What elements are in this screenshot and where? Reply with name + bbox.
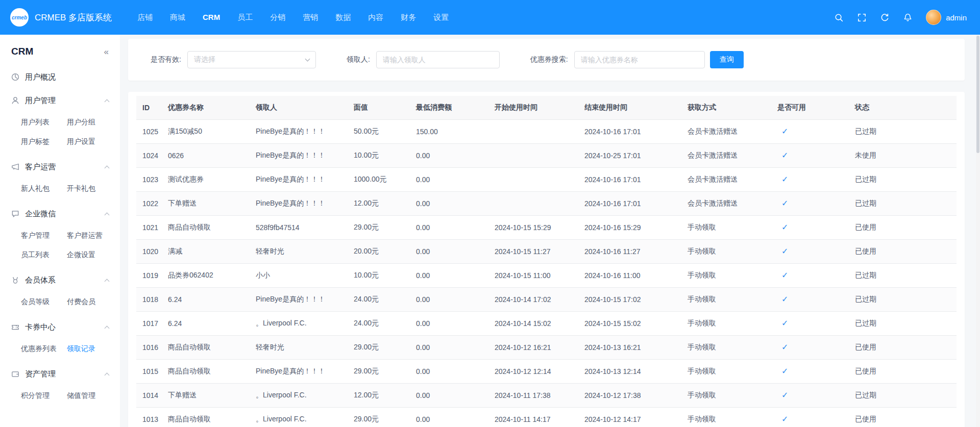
submenu-user-management: 用户列表用户分组用户标签用户设置 [7, 112, 113, 155]
sidebar-section-asset[interactable]: 资产管理 [7, 362, 113, 386]
nav-item-data[interactable]: 数据 [327, 0, 359, 35]
check-icon: ✓ [777, 319, 788, 328]
sidebar: CRM « 用户概况用户管理用户列表用户分组用户标签用户设置客户运营新人礼包开卡… [0, 35, 120, 427]
cell-value: 29.00元 [348, 407, 410, 427]
cell-min: 0.00 [410, 263, 488, 287]
valid-select[interactable]: 请选择 [187, 51, 316, 68]
filter-receiver-label: 领取人: [347, 55, 370, 64]
cell-end: 2024-10-16 17:01 [578, 191, 681, 215]
sidebar-item-staff-list[interactable]: 员工列表 [21, 245, 67, 264]
cell-receiver: 小小 [250, 263, 348, 287]
app-body: CRM « 用户概况用户管理用户列表用户分组用户标签用户设置客户运营新人礼包开卡… [0, 35, 980, 427]
sidebar-section-label: 用户管理 [25, 96, 56, 106]
sidebar-item-customer-manage[interactable]: 客户管理 [21, 225, 67, 245]
window-scrollbar[interactable] [976, 35, 980, 427]
coupon-search-input[interactable] [574, 51, 705, 68]
nav-item-finance[interactable]: 财务 [392, 0, 425, 35]
receiver-input[interactable] [376, 51, 500, 68]
column-header: 获取方式 [681, 96, 771, 119]
nav-item-staff[interactable]: 员工 [229, 0, 261, 35]
cell-end: 2024-10-12 17:38 [578, 383, 681, 407]
search-icon[interactable] [834, 13, 844, 22]
menu-group-customer-ops: 客户运营新人礼包开卡礼包 [0, 155, 120, 202]
column-header: 优惠券名称 [162, 96, 250, 119]
sidebar-section-label: 卡券中心 [25, 322, 56, 332]
sidebar-item-wework-setting[interactable]: 企微设置 [67, 245, 113, 264]
nav-item-marketing[interactable]: 营销 [294, 0, 327, 35]
sidebar-item-stored-value[interactable]: 储值管理 [67, 386, 113, 405]
check-icon: ✓ [777, 151, 788, 160]
cell-end: 2024-10-13 12:14 [578, 359, 681, 383]
search-button[interactable]: 查询 [710, 51, 744, 68]
sidebar-item-user-setting[interactable]: 用户设置 [67, 132, 113, 151]
sidebar-item-receive-record[interactable]: 领取记录 [67, 339, 113, 358]
column-header: 面值 [348, 96, 410, 119]
cell-name: 6.24 [162, 287, 250, 311]
sidebar-item-paid-member[interactable]: 付费会员 [67, 292, 113, 311]
cell-min: 0.00 [410, 239, 488, 263]
sidebar-item-user-tag[interactable]: 用户标签 [21, 132, 67, 151]
sidebar-item-points-manage[interactable]: 积分管理 [21, 386, 67, 405]
bell-icon[interactable] [903, 13, 913, 22]
table-row: 1025满150减50PineBye是真的！！！50.00元150.002024… [136, 119, 957, 143]
sidebar-item-member-level[interactable]: 会员等级 [21, 292, 67, 311]
chevron-up-icon [105, 279, 110, 284]
sidebar-item-coupon-list[interactable]: 优惠券列表 [21, 339, 67, 358]
cell-available: ✓ [771, 335, 849, 359]
wework-icon [11, 210, 19, 218]
cell-available: ✓ [771, 263, 849, 287]
sidebar-menu: 用户概况用户管理用户列表用户分组用户标签用户设置客户运营新人礼包开卡礼包企业微信… [0, 65, 120, 409]
sidebar-section-user-overview[interactable]: 用户概况 [7, 65, 113, 89]
sidebar-item-customer-group-ops[interactable]: 客户群运营 [67, 225, 113, 245]
user-icon [11, 96, 19, 105]
cell-min: 0.00 [410, 191, 488, 215]
valid-select-placeholder: 请选择 [194, 55, 215, 64]
cell-available: ✓ [771, 383, 849, 407]
nav-item-mall[interactable]: 商城 [161, 0, 194, 35]
sidebar-section-wework[interactable]: 企业微信 [7, 202, 113, 225]
cell-start [488, 167, 578, 191]
table-row: 1014下单赠送。Liverpool F.C.12.00元0.002024-10… [136, 383, 957, 407]
cell-end: 2024-10-16 15:29 [578, 215, 681, 239]
check-icon: ✓ [777, 367, 788, 375]
sidebar-item-card-gift[interactable]: 开卡礼包 [67, 179, 113, 198]
cell-status: 未使用 [849, 143, 957, 167]
collapse-sidebar-icon[interactable]: « [104, 47, 109, 56]
nav-item-distribution[interactable]: 分销 [261, 0, 294, 35]
cell-min: 0.00 [410, 287, 488, 311]
cell-min: 0.00 [410, 335, 488, 359]
cell-value: 10.00元 [348, 143, 410, 167]
user-menu[interactable]: admin [926, 10, 967, 25]
refresh-icon[interactable] [880, 13, 890, 22]
sidebar-section-user-management[interactable]: 用户管理 [7, 89, 113, 112]
sidebar-item-newcomer-gift[interactable]: 新人礼包 [21, 179, 67, 198]
fullscreen-icon[interactable] [857, 13, 867, 22]
cell-name: 满减 [162, 239, 250, 263]
sidebar-item-user-list[interactable]: 用户列表 [21, 112, 67, 132]
cell-status: 已使用 [849, 239, 957, 263]
cell-status: 已过期 [849, 287, 957, 311]
sidebar-section-membership[interactable]: 会员体系 [7, 268, 113, 292]
cell-value: 24.00元 [348, 287, 410, 311]
cell-receiver: 。Liverpool F.C. [250, 407, 348, 427]
cell-available: ✓ [771, 119, 849, 143]
cell-status: 已过期 [849, 191, 957, 215]
sidebar-item-user-group[interactable]: 用户分组 [67, 112, 113, 132]
user-overview-icon [11, 73, 19, 81]
cell-receiver: PineBye是真的！！！ [250, 359, 348, 383]
nav-item-settings[interactable]: 设置 [425, 0, 457, 35]
check-icon: ✓ [777, 295, 788, 304]
sidebar-section-card-center[interactable]: 卡券中心 [7, 315, 113, 339]
nav-item-crm[interactable]: CRM [194, 0, 229, 35]
cell-method: 手动领取 [681, 311, 771, 335]
scrollbar-thumb[interactable] [976, 36, 979, 153]
cell-method: 手动领取 [681, 335, 771, 359]
cell-status: 已过期 [849, 119, 957, 143]
nav-item-store[interactable]: 店铺 [129, 0, 161, 35]
table-row: 1019品类券062402小小10.00元0.002024-10-15 11:0… [136, 263, 957, 287]
nav-item-content[interactable]: 内容 [359, 0, 392, 35]
cell-start: 2024-10-12 12:14 [488, 359, 578, 383]
check-icon: ✓ [777, 247, 788, 256]
sidebar-section-customer-ops[interactable]: 客户运营 [7, 155, 113, 179]
username: admin [946, 13, 967, 22]
